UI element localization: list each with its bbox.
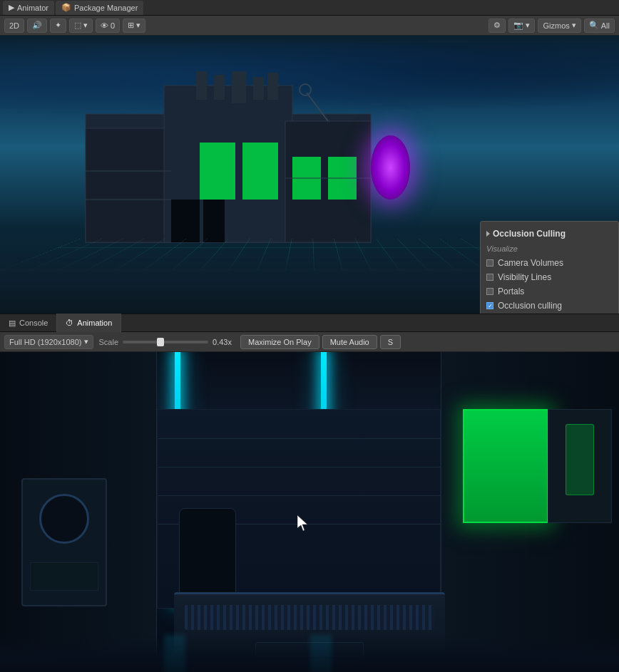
figure-panel bbox=[548, 409, 612, 523]
chevron-down-icon: ▾ bbox=[83, 21, 88, 30]
grid-btn[interactable]: ⊞ ▾ bbox=[123, 19, 145, 33]
light-reflection-2 bbox=[310, 635, 332, 672]
camera-volumes-item[interactable]: Camera Volumes bbox=[481, 256, 618, 270]
svg-point-19 bbox=[300, 84, 311, 95]
occlusion-culling-item[interactable]: Occlusion culling bbox=[481, 299, 618, 313]
svg-rect-13 bbox=[171, 200, 200, 242]
audio-icon: 🔊 bbox=[32, 21, 42, 30]
green-panel-screen bbox=[464, 410, 547, 522]
2d-button[interactable]: 2D bbox=[4, 19, 24, 33]
zero-label: 0 bbox=[111, 21, 115, 30]
top-tab-bar: ▶ Animator 📦 Package Manager bbox=[0, 0, 619, 16]
animator-tab[interactable]: ▶ Animator bbox=[3, 1, 54, 15]
animator-tab-label: Animator bbox=[17, 4, 48, 12]
dropdown-triangle-icon bbox=[486, 231, 490, 237]
visibility-lines-item[interactable]: Visibility Lines bbox=[481, 270, 618, 284]
occlusion-culling-label: Occlusion culling bbox=[498, 301, 562, 311]
light-reflection-1 bbox=[164, 635, 185, 672]
console-icon: ▤ bbox=[9, 319, 16, 328]
animation-tab[interactable]: ⏱ Animation bbox=[57, 314, 121, 332]
figure-silhouette bbox=[566, 424, 594, 495]
settings-button[interactable]: ⚙ bbox=[488, 19, 506, 33]
chevron-camera-icon: ▾ bbox=[526, 21, 530, 30]
scene-toolbar: 2D 🔊 ✦ ⬚ ▾ 👁 0 ⊞ ▾ ⚙ 📷 ▾ Gizmos ▾ 🔍 All bbox=[0, 16, 619, 36]
scale-thumb[interactable] bbox=[157, 338, 164, 346]
mute-audio-button[interactable]: Mute Audio bbox=[322, 335, 377, 349]
layers-btn[interactable]: 👁 0 bbox=[96, 19, 120, 33]
svg-rect-14 bbox=[203, 200, 225, 242]
scene-effects-btn[interactable]: ⬚ ▾ bbox=[69, 19, 93, 33]
stats-button[interactable]: S bbox=[380, 335, 401, 349]
package-manager-tab-label: Package Manager bbox=[74, 4, 138, 12]
effects-button[interactable]: ✦ bbox=[50, 19, 66, 33]
grid-icon: ⊞ bbox=[128, 21, 134, 30]
maximize-label: Maximize On Play bbox=[248, 338, 312, 346]
search-icon: 🔍 bbox=[589, 21, 599, 30]
resolution-label: Full HD (1920x1080) bbox=[9, 338, 82, 346]
play-controls: Full HD (1920x1080) ▾ Scale 0.43x Maximi… bbox=[0, 332, 619, 352]
svg-rect-11 bbox=[253, 77, 264, 100]
green-panel-1 bbox=[463, 409, 548, 523]
scale-slider[interactable] bbox=[123, 341, 208, 343]
building-structure bbox=[57, 71, 399, 257]
camera-icon: 📷 bbox=[513, 21, 523, 30]
camera-volumes-label: Camera Volumes bbox=[498, 258, 563, 268]
audio-button[interactable]: 🔊 bbox=[27, 19, 47, 33]
console-tab[interactable]: ▤ Console bbox=[0, 314, 57, 332]
camera-volumes-checkbox[interactable] bbox=[486, 259, 493, 267]
grid-chevron-icon: ▾ bbox=[136, 21, 140, 30]
console-tab-label: Console bbox=[19, 319, 48, 327]
wall-line-1 bbox=[158, 438, 440, 439]
visibility-lines-label: Visibility Lines bbox=[498, 272, 551, 282]
eye-icon: 👁 bbox=[101, 21, 108, 30]
occlusion-culling-dropdown: Occlusion Culling Visualize Camera Volum… bbox=[480, 221, 619, 314]
package-manager-tab[interactable]: 📦 Package Manager bbox=[56, 1, 143, 15]
cursor-icon bbox=[297, 515, 309, 531]
mouse-cursor bbox=[297, 515, 309, 533]
resolution-chevron-icon: ▾ bbox=[84, 337, 88, 346]
gizmos-dropdown[interactable]: Gizmos ▾ bbox=[538, 19, 580, 33]
animation-tab-label: Animation bbox=[77, 319, 112, 327]
panel-divider: ▤ Console ⏱ Animation bbox=[0, 314, 619, 332]
resolution-dropdown[interactable]: Full HD (1920x1080) ▾ bbox=[4, 335, 93, 349]
scale-container: Scale 0.43x bbox=[99, 338, 238, 346]
svg-rect-4 bbox=[200, 143, 235, 200]
2d-label: 2D bbox=[9, 21, 19, 30]
search-icon-btn[interactable]: 🔍 All bbox=[584, 19, 615, 33]
left-machine bbox=[21, 478, 107, 606]
clock-icon: ⏱ bbox=[66, 319, 73, 327]
right-side-area bbox=[441, 352, 619, 672]
back-wall bbox=[157, 409, 441, 609]
svg-rect-5 bbox=[242, 143, 278, 200]
wall-line-2 bbox=[158, 467, 440, 467]
occlusion-title: Occlusion Culling bbox=[493, 229, 566, 239]
maximize-on-play-button[interactable]: Maximize On Play bbox=[240, 335, 319, 349]
all-label: All bbox=[601, 21, 610, 30]
camera-dropdown[interactable]: 📷 ▾ bbox=[508, 19, 535, 33]
scene-viewport[interactable]: Occlusion Culling Visualize Camera Volum… bbox=[0, 36, 619, 314]
svg-rect-9 bbox=[214, 75, 225, 100]
occlusion-culling-checkbox[interactable] bbox=[486, 302, 493, 309]
svg-rect-12 bbox=[267, 73, 278, 100]
mute-label: Mute Audio bbox=[330, 338, 369, 346]
stats-label: S bbox=[388, 338, 393, 346]
purple-portal bbox=[371, 135, 410, 200]
keyboard-surface bbox=[185, 605, 434, 630]
svg-rect-1 bbox=[86, 128, 171, 242]
portals-item[interactable]: Portals bbox=[481, 284, 618, 299]
settings-icon: ⚙ bbox=[493, 21, 501, 30]
portals-checkbox[interactable] bbox=[486, 288, 493, 295]
animator-icon: ▶ bbox=[9, 3, 14, 12]
game-viewport[interactable] bbox=[0, 352, 619, 672]
left-side-panel bbox=[0, 352, 157, 672]
svg-rect-8 bbox=[196, 71, 207, 100]
visualize-label: Visualize bbox=[481, 242, 618, 256]
svg-rect-10 bbox=[232, 71, 246, 103]
visibility-lines-checkbox[interactable] bbox=[486, 274, 493, 281]
floor bbox=[0, 635, 619, 672]
scale-value: 0.43x bbox=[213, 338, 237, 346]
wall-line-3 bbox=[158, 495, 440, 496]
occlusion-header: Occlusion Culling bbox=[481, 226, 618, 242]
gizmos-chevron-icon: ▾ bbox=[572, 21, 576, 30]
svg-marker-20 bbox=[297, 515, 307, 531]
